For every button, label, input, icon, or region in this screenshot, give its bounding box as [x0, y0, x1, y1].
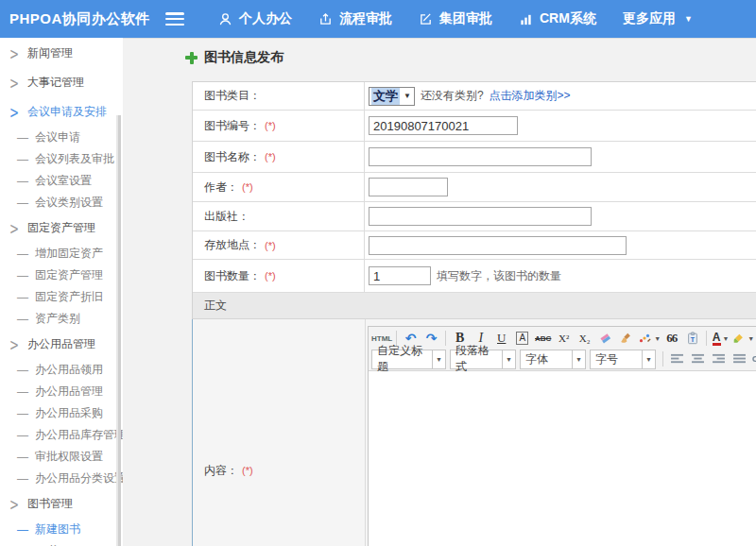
font-background-button[interactable]: A	[512, 329, 532, 348]
strikethrough-button[interactable]: ABC	[533, 329, 553, 348]
link-icon[interactable]	[750, 350, 756, 368]
sidebar: >新闻管理 >大事记管理 >会议申请及安排 —会议申请 —会议列表及审批 —会议…	[0, 38, 123, 546]
dash-icon: —	[17, 385, 28, 399]
nav-crm-system[interactable]: CRM系统	[519, 10, 596, 27]
paste-icon[interactable]: T	[682, 329, 702, 348]
clear-format-broom-icon[interactable]	[616, 329, 636, 348]
sidebar-item-asset-add[interactable]: —增加固定资产	[0, 243, 123, 264]
workflow-approval-icon	[318, 12, 333, 26]
blockquote-button[interactable]: 66	[662, 329, 681, 348]
color-brush-icon[interactable]: ▼	[637, 329, 661, 348]
sidebar-item-approval-permission[interactable]: —审批权限设置	[0, 446, 123, 468]
align-center-icon[interactable]	[688, 350, 708, 368]
dash-icon: —	[17, 429, 28, 442]
nav-personal-office[interactable]: 个人办公	[218, 10, 292, 27]
custom-title-select[interactable]: 自定义标题▼	[371, 350, 446, 369]
sidebar-item-meeting-apply[interactable]: —会议申请	[0, 127, 123, 148]
category-select[interactable]: 文学 ▼	[369, 87, 415, 106]
dash-icon: —	[17, 175, 28, 188]
sidebar-item-book-manage[interactable]: —图书管理	[0, 540, 123, 546]
dash-icon: —	[17, 364, 28, 377]
sidebar-item-milestone-mgmt[interactable]: >大事记管理	[0, 68, 123, 97]
add-category-link[interactable]: 点击添加类别>>	[490, 88, 571, 104]
form-row-book-code: 图书编号：(*)	[193, 111, 756, 142]
paragraph-format-select[interactable]: 段落格式▼	[450, 350, 516, 369]
dash-icon: —	[17, 269, 28, 282]
dash-icon: —	[17, 313, 28, 326]
form-row-category: 图书类目： 文学 ▼ 还没有类别? 点击添加类别>>	[193, 82, 756, 111]
sidebar-item-supplies-purchase[interactable]: —办公用品采购	[0, 402, 123, 424]
sidebar-item-meeting-mgmt[interactable]: >会议申请及安排	[0, 97, 123, 127]
chevron-right-icon: >	[9, 44, 19, 63]
quantity-hint: 填写数字，该图书的数量	[437, 268, 561, 284]
align-left-icon[interactable]	[667, 350, 687, 368]
nav-item-label: 集团审批	[439, 10, 492, 27]
editor-content-area[interactable]	[369, 371, 756, 546]
align-right-icon[interactable]	[709, 350, 729, 368]
font-color-button[interactable]: A▼	[711, 329, 730, 348]
caret-down-icon: ▼	[404, 92, 411, 100]
menu-toggle-icon[interactable]	[165, 12, 184, 26]
sidebar-item-asset-mgmt[interactable]: >固定资产管理	[0, 213, 123, 243]
caret-down-icon: ▼	[432, 350, 445, 368]
eraser-icon[interactable]	[595, 329, 615, 348]
caret-down-icon: ▼	[642, 350, 655, 368]
required-marker: (*)	[265, 270, 276, 282]
form-row-quantity: 图书数量：(*) 填写数字，该图书的数量	[193, 260, 756, 293]
sidebar-item-meeting-category[interactable]: —会议类别设置	[0, 192, 123, 213]
caret-down-icon: ▼	[572, 350, 585, 368]
chevron-right-icon: >	[9, 495, 19, 514]
caret-down-icon: ▼	[723, 335, 730, 342]
author-input[interactable]	[369, 178, 448, 196]
align-justify-icon[interactable]	[730, 350, 749, 368]
rich-text-editor: HTML ↶ ↷ B I U A ABC X² X₂	[368, 326, 756, 546]
sidebar-item-asset-manage[interactable]: —固定资产管理	[0, 264, 123, 286]
add-icon	[185, 52, 198, 64]
dash-icon: —	[17, 523, 28, 537]
location-input[interactable]	[369, 236, 627, 255]
highlight-pen-icon[interactable]: ▼	[731, 329, 754, 348]
sidebar-item-book-new[interactable]: —新建图书	[0, 519, 123, 540]
page-title: 图书信息发布	[204, 49, 284, 66]
sidebar-item-meeting-list[interactable]: —会议列表及审批	[0, 148, 123, 170]
required-marker: (*)	[265, 151, 276, 162]
caret-down-icon: ▼	[747, 335, 754, 342]
sidebar-item-supplies-category[interactable]: —办公用品分类设置	[0, 468, 123, 489]
quantity-input[interactable]	[369, 266, 431, 285]
chevron-right-icon: >	[9, 103, 19, 122]
sidebar-item-supplies-inventory[interactable]: —办公用品库存管理	[0, 424, 123, 446]
book-name-input[interactable]	[369, 147, 592, 166]
field-label: 出版社：	[204, 209, 249, 225]
sidebar-item-book-mgmt[interactable]: >图书管理	[0, 489, 123, 519]
chevron-right-icon: >	[9, 219, 19, 238]
font-size-select[interactable]: 字号▼	[590, 350, 656, 369]
superscript-button[interactable]: X²	[554, 329, 574, 348]
subscript-button[interactable]: X₂	[575, 329, 594, 348]
sidebar-item-asset-category[interactable]: —资产类别	[0, 308, 123, 330]
app-title: PHPOA协同办公软件	[0, 10, 165, 28]
form-row-location: 存放地点：(*)	[193, 231, 756, 260]
font-family-select[interactable]: 字体▼	[520, 350, 586, 369]
field-label: 存放地点：	[204, 237, 261, 253]
main-content: 图书信息发布 图书类目： 文学 ▼ 还没有类别? 点击添加类别>> 图书编号：(…	[123, 38, 756, 546]
nav-group-approval[interactable]: 集团审批	[419, 10, 492, 27]
nav-workflow-approval[interactable]: 流程审批	[318, 10, 392, 27]
sidebar-scrollbar[interactable]	[116, 115, 121, 546]
sidebar-item-asset-depreciation[interactable]: —固定资产折旧	[0, 286, 123, 308]
field-label: 图书编号：	[204, 118, 261, 134]
book-code-input[interactable]	[369, 116, 518, 135]
sidebar-item-news-mgmt[interactable]: >新闻管理	[0, 39, 123, 68]
top-navbar: PHPOA协同办公软件 个人办公 流程审批 集团审批 CRM系统 更多应用 ▼	[0, 0, 756, 38]
caret-down-icon: ▼	[502, 350, 515, 368]
sidebar-item-supplies-manage[interactable]: —办公用品管理	[0, 381, 123, 402]
sidebar-item-supplies-requisition[interactable]: —办公用品领用	[0, 359, 123, 381]
sidebar-item-supplies-mgmt[interactable]: >办公用品管理	[0, 330, 123, 359]
sidebar-item-meeting-room[interactable]: —会议室设置	[0, 170, 123, 192]
crm-chart-icon	[519, 12, 533, 26]
field-label: 内容：	[204, 464, 238, 477]
publisher-input[interactable]	[369, 207, 592, 226]
nav-more-apps[interactable]: 更多应用 ▼	[623, 10, 693, 27]
form-row-publisher: 出版社：	[193, 202, 756, 231]
user-icon	[218, 12, 232, 26]
form-row-content: 内容：(*) HTML ↶ ↷ B I U	[192, 319, 756, 546]
